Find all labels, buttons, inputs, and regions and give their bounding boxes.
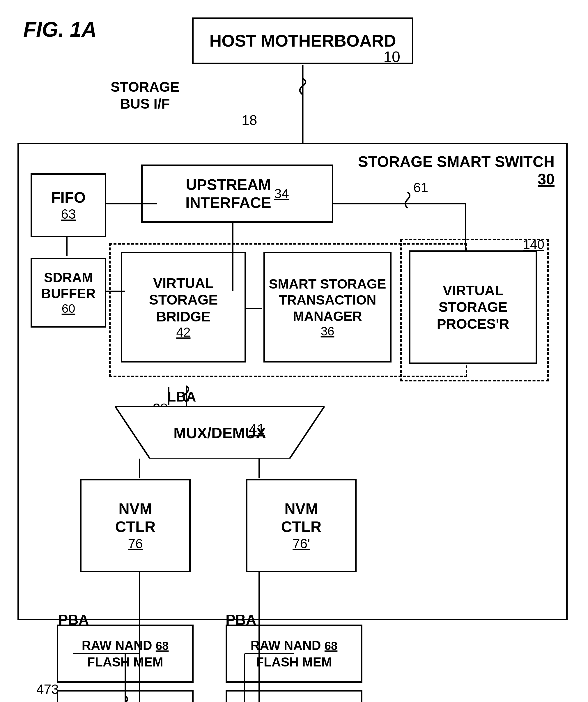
diagram-container: FIG. 1A HOST MOTHERBOARD 10 STORAGEBUS I… (0, 0, 588, 702)
nvm-ctlr-right-box: NVMCTLR 76' (246, 479, 357, 572)
nvm-ctlr-left-box: NVMCTLR 76 (80, 479, 191, 572)
nand-right-bottom: RAW NAND 68FLASH MEM (226, 690, 362, 702)
mux-ref: 41 (249, 421, 265, 438)
host-motherboard-text: HOST MOTHERBOARD (209, 30, 396, 51)
fifo-box: FIFO 63 (30, 173, 106, 237)
nvm-left-ref: 76 (128, 536, 143, 552)
vsp-text: VIRTUALSTORAGEPROCES'R (437, 282, 509, 333)
host-motherboard-ref: 10 (383, 48, 400, 66)
upstream-ref: 34 (274, 186, 289, 202)
host-motherboard-box: HOST MOTHERBOARD 10 (192, 17, 414, 64)
bus-ref: 18 (242, 112, 257, 128)
nand-right-top: RAW NAND 68FLASH MEM (226, 624, 362, 683)
upstream-interface-box: UPSTREAMINTERFACE 34 (141, 164, 333, 223)
nvm-right-text: NVMCTLR (281, 500, 322, 536)
vsb-ref: 42 (177, 325, 191, 340)
sdram-buffer-box: SDRAMBUFFER 60 (30, 258, 106, 328)
sdram-text: SDRAMBUFFER (41, 270, 96, 302)
sstm-ref: 36 (321, 324, 335, 338)
vsp-outer-ref: 140 (523, 237, 544, 252)
storage-smart-switch-box: STORAGE SMART SWITCH 30 FIFO 63 UPSTREAM… (17, 143, 568, 620)
sstm-text: SMART STORAGETRANSACTIONMANAGER (269, 276, 386, 324)
vsb-text: VIRTUALSTORAGEBRIDGE (149, 275, 218, 325)
nand-left-top: RAW NAND 68FLASH MEM (57, 624, 194, 683)
nvm-right-ref: 76' (292, 536, 310, 552)
upstream-text: UPSTREAMINTERFACE (186, 176, 271, 212)
virtual-storage-processor-box: VIRTUALSTORAGEPROCES'R (409, 250, 537, 364)
nand-rt-text: RAW NAND 68FLASH MEM (251, 637, 338, 670)
fifo-ref: 63 (61, 206, 76, 222)
ref-473: 473 (36, 681, 59, 697)
sss-label: STORAGE SMART SWITCH 30 (358, 153, 555, 188)
sss-ref: 30 (538, 170, 555, 188)
sdram-ref: 60 (62, 302, 76, 316)
storage-bus-label: STORAGEBUS I/F (111, 79, 179, 112)
figure-label: FIG. 1A (23, 17, 97, 41)
nvm-left-text: NVMCTLR (115, 500, 156, 536)
nand-left-bottom: RAW NAND 68FLASH MEM (57, 690, 194, 702)
virtual-storage-bridge-box: VIRTUALSTORAGEBRIDGE 42 (121, 252, 246, 362)
lba-label: LBA (167, 389, 196, 405)
smart-storage-tm-box: SMART STORAGETRANSACTIONMANAGER 36 (263, 252, 391, 362)
fifo-text: FIFO (51, 189, 86, 206)
nand-lt-text: RAW NAND 68FLASH MEM (82, 637, 169, 670)
mux-demux-shape: MUX/DEMUX (115, 406, 325, 459)
